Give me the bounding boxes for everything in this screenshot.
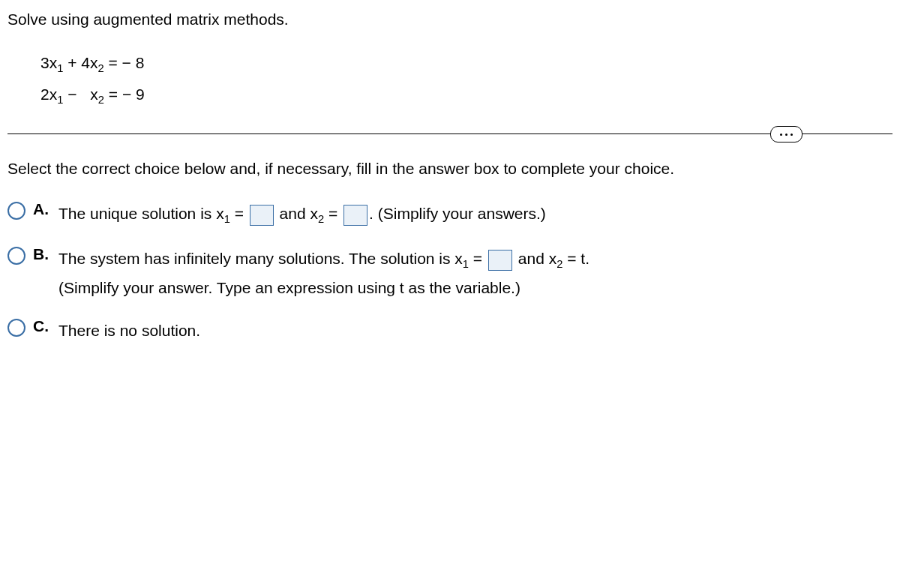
eq2-op1: − bbox=[63, 86, 81, 103]
choice-b-p3: and x bbox=[514, 250, 556, 267]
eq1-term2: 4x2 bbox=[81, 48, 104, 80]
divider bbox=[8, 134, 892, 134]
choice-a-s2: 2 bbox=[318, 213, 324, 225]
choice-b-text: The system has infinitely many solutions… bbox=[58, 245, 590, 301]
answer-box-a2[interactable] bbox=[344, 205, 368, 226]
eq1-rhs: − 8 bbox=[122, 54, 145, 71]
eq2-t1-coef: 2x bbox=[40, 86, 57, 103]
eq1-t2-coef: 4x bbox=[81, 54, 98, 71]
question-prompt: Solve using augmented matrix methods. bbox=[8, 10, 892, 28]
choice-b-p2: = bbox=[469, 250, 487, 267]
choice-a-s1: 1 bbox=[224, 213, 230, 225]
eq2-t2-sub: 2 bbox=[98, 94, 104, 106]
choice-a-p4: = bbox=[324, 205, 342, 222]
eq1-t1-coef: 3x bbox=[40, 54, 57, 71]
choice-a-row: A. The unique solution is x1 = and x2 = … bbox=[8, 200, 892, 229]
dot-icon bbox=[780, 134, 782, 136]
dot-icon bbox=[790, 134, 793, 136]
choice-c-row: C. There is no solution. bbox=[8, 317, 892, 344]
eq2-term2: x2 bbox=[90, 80, 104, 111]
dot-icon bbox=[785, 134, 788, 136]
choice-c-label: C. bbox=[33, 317, 51, 335]
instruction-text: Select the correct choice below and, if … bbox=[8, 160, 892, 178]
eq2-t2-coef: x bbox=[90, 86, 98, 103]
divider-line bbox=[8, 134, 892, 134]
choice-a-p1: The unique solution is x bbox=[58, 205, 224, 222]
equation-1: 3x1 + 4x2 = − 8 bbox=[40, 48, 892, 80]
choice-a-text: The unique solution is x1 = and x2 = . (… bbox=[58, 200, 546, 229]
equation-2: 2x1 − x2 = − 9 bbox=[40, 80, 892, 111]
choice-a-label: A. bbox=[33, 200, 51, 218]
more-pill[interactable] bbox=[770, 126, 802, 142]
radio-a[interactable] bbox=[8, 202, 26, 220]
eq2-equals: = bbox=[104, 86, 122, 103]
eq1-equals: = bbox=[104, 54, 122, 71]
choice-b-label: B. bbox=[33, 245, 51, 263]
choice-b-p4: = t. bbox=[562, 250, 590, 267]
choice-c-text: There is no solution. bbox=[58, 317, 200, 344]
choice-a-p2: = bbox=[230, 205, 248, 222]
eq1-t2-sub: 2 bbox=[98, 62, 104, 74]
equation-system: 3x1 + 4x2 = − 8 2x1 − x2 = − 9 bbox=[40, 48, 892, 111]
choice-b-s1: 1 bbox=[463, 259, 469, 271]
radio-c[interactable] bbox=[8, 319, 26, 337]
radio-b[interactable] bbox=[8, 247, 26, 265]
eq1-op1: + bbox=[63, 54, 81, 71]
eq1-term1: 3x1 bbox=[40, 48, 63, 80]
answer-box-b1[interactable] bbox=[488, 250, 512, 271]
choice-a-p3: and x bbox=[275, 205, 318, 222]
choice-a-p5: . (Simplify your answers.) bbox=[369, 205, 546, 222]
choice-list: A. The unique solution is x1 = and x2 = … bbox=[8, 200, 892, 344]
eq2-term1: 2x1 bbox=[40, 80, 63, 111]
choice-b-p1: The system has infinitely many solutions… bbox=[58, 250, 463, 267]
choice-b-p5: (Simplify your answer. Type an expressio… bbox=[58, 279, 520, 296]
eq2-rhs: − 9 bbox=[122, 86, 145, 103]
choice-b-row: B. The system has infinitely many soluti… bbox=[8, 245, 892, 301]
answer-box-a1[interactable] bbox=[250, 205, 274, 226]
